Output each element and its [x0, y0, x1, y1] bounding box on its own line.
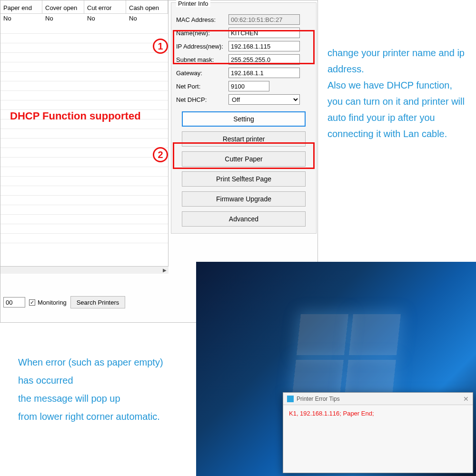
col-cash-open[interactable]: Cash open	[126, 0, 168, 14]
dhcp-label: Net DHCP:	[176, 96, 228, 103]
table-row	[0, 72, 168, 81]
subnet-label: Subnet mask:	[176, 56, 228, 63]
table-row	[0, 167, 168, 177]
table-row[interactable]: No No No No	[0, 14, 168, 24]
popup-titlebar[interactable]: Printer Error Tips ✕	[283, 393, 473, 405]
table-row	[0, 24, 168, 34]
col-cover-open[interactable]: Cover open	[42, 0, 84, 14]
bottom-bar: ✓ Monitoring Search Printers	[0, 282, 169, 322]
panel-title: Printer Info	[176, 0, 210, 7]
subnet-field[interactable]	[228, 54, 300, 65]
table-row	[0, 148, 168, 158]
table-row	[0, 186, 168, 196]
table-row	[0, 234, 168, 243]
advanced-button[interactable]: Advanced	[182, 211, 306, 227]
table-row	[0, 100, 168, 110]
mac-field	[228, 14, 300, 25]
firmware-button[interactable]: Firmware Upgrade	[182, 191, 306, 207]
popup-title-text: Printer Error Tips	[297, 396, 340, 402]
table-row	[0, 177, 168, 186]
instruction-right: change your printer name and ip address.…	[327, 45, 466, 142]
name-label: Name(new):	[176, 30, 228, 37]
marker-1-icon: 1	[153, 39, 168, 54]
port-label: Net Port:	[176, 83, 228, 90]
app-icon	[287, 396, 294, 402]
table-row	[0, 224, 168, 234]
search-printers-button[interactable]: Search Printers	[70, 296, 126, 308]
gateway-field[interactable]	[228, 68, 300, 78]
interval-input[interactable]	[3, 297, 25, 307]
ip-field[interactable]	[228, 41, 300, 51]
cell: No	[84, 14, 126, 24]
port-field[interactable]	[228, 81, 269, 91]
close-icon[interactable]: ✕	[463, 395, 469, 403]
table-row	[0, 205, 168, 215]
selftest-button[interactable]: Print Selftest Page	[182, 171, 306, 187]
table-row	[0, 158, 168, 167]
ip-label: IP Address(new):	[176, 43, 228, 50]
cell: No	[42, 14, 84, 24]
col-cut-error[interactable]: Cut error	[84, 0, 126, 14]
table-row	[0, 196, 168, 205]
marker-2-icon: 2	[153, 147, 168, 162]
check-icon: ✓	[29, 299, 35, 306]
table-row	[0, 91, 168, 100]
scroll-right-icon[interactable]: ▶	[161, 267, 169, 274]
monitoring-label: Monitoring	[38, 299, 67, 306]
setting-button[interactable]: Setting	[182, 111, 306, 127]
table-row	[0, 215, 168, 224]
name-field[interactable]	[228, 28, 300, 38]
col-paper-end[interactable]: Paper end	[0, 0, 42, 14]
gateway-label: Gateway:	[176, 69, 228, 77]
cell: No	[126, 14, 168, 24]
table-row	[0, 129, 168, 139]
cell: No	[0, 14, 42, 24]
table-row	[0, 139, 168, 148]
monitoring-checkbox[interactable]: ✓ Monitoring	[29, 299, 67, 306]
windows-desktop: Printer Error Tips ✕ K1, 192.168.1.116; …	[196, 262, 476, 476]
printer-info-panel: Printer Info MAC Address: Name(new): IP …	[171, 2, 317, 234]
h-scrollbar[interactable]: ▶	[0, 266, 169, 274]
table-row	[0, 53, 168, 62]
table-row	[0, 81, 168, 91]
cutter-button[interactable]: Cutter Paper	[182, 151, 306, 167]
table-row	[0, 34, 168, 43]
table-header: Paper end Cover open Cut error Cash open	[0, 0, 168, 14]
status-table: Paper end Cover open Cut error Cash open…	[0, 0, 169, 274]
restart-button[interactable]: Restart printer	[182, 131, 306, 147]
table-row	[0, 43, 168, 53]
table-row	[0, 62, 168, 72]
windows-logo-icon	[291, 314, 406, 405]
instruction-bottom: When error (such as paper empty) has occ…	[18, 353, 185, 426]
popup-message: K1, 192.168.1.116; Paper End;	[283, 405, 473, 422]
dhcp-supported-note: DHCP Function supported	[10, 110, 141, 122]
dhcp-select[interactable]: Off	[228, 94, 300, 105]
error-popup[interactable]: Printer Error Tips ✕ K1, 192.168.1.116; …	[283, 392, 473, 473]
mac-label: MAC Address:	[176, 16, 228, 23]
